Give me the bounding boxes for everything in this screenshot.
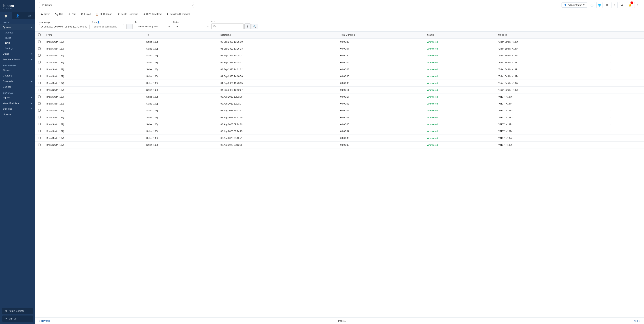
sidebar-sub-cdr[interactable]: CDR (0, 41, 36, 46)
id-input[interactable] (211, 23, 244, 29)
previous-link[interactable]: « previous (39, 319, 50, 322)
sidebar-item-chatbots[interactable]: Chatbots (0, 73, 36, 78)
sidebar-item-channels[interactable]: Channels ▶ (0, 78, 36, 84)
next-link[interactable]: next » (634, 319, 640, 322)
row-action-btn[interactable]: ⋯ (610, 95, 612, 98)
row-checkbox-14[interactable] (38, 137, 40, 139)
row-checkbox-6[interactable] (38, 82, 40, 84)
cell-duration: 00:00:05 (337, 141, 424, 148)
row-action-btn[interactable]: ⋯ (610, 143, 612, 146)
row-checkbox-9[interactable] (38, 102, 40, 105)
row-checkbox-2[interactable] (38, 54, 40, 57)
row-action-btn[interactable]: ⋯ (610, 47, 612, 50)
row-checkbox-1[interactable] (38, 47, 40, 50)
row-checkbox-5[interactable] (38, 75, 40, 77)
share-icon-btn[interactable]: ⇄ (24, 12, 36, 19)
cell-to: Sales (108) (144, 141, 218, 148)
sidebar-item-msg-settings[interactable]: Settings (0, 84, 36, 90)
cell-status: Answered (424, 114, 495, 121)
sidebar-item-feedback-forms[interactable]: Feedback Forms ▶ (0, 57, 36, 62)
sidebar-sub-settings[interactable]: Settings (0, 46, 36, 51)
row-action-btn[interactable]: ⋯ (610, 54, 612, 57)
cell-status: Answered (424, 128, 495, 135)
print-button[interactable]: 🖨 Print (66, 12, 78, 17)
cell-duration: 00:00:04 (337, 128, 424, 135)
cell-callerid: "Brian Smith" <137> (495, 80, 607, 87)
date-range-input[interactable] (39, 24, 90, 29)
row-action-btn[interactable]: ⋯ (610, 75, 612, 78)
select-all-checkbox[interactable] (38, 34, 40, 36)
row-action-btn[interactable]: ⋯ (610, 40, 612, 43)
cell-datetime: 09 Aug 2023 10:00:39 (218, 93, 337, 100)
row-checkbox-7[interactable] (38, 89, 40, 91)
globe-icon-btn[interactable]: 🌐 (596, 2, 602, 8)
col-to: To (144, 32, 218, 38)
sidebar-sub-rules[interactable]: Rules (0, 35, 36, 41)
user-icon-btn[interactable]: 👤 (12, 12, 24, 19)
cell-status: Answered (424, 135, 495, 141)
download-feedback-button[interactable]: ⬇ Download Feedback (164, 12, 192, 17)
cell-duration: 00:00:30 (337, 52, 424, 59)
call-button[interactable]: 📞 Call (53, 12, 65, 17)
sync-icon-btn[interactable]: ⇄ (619, 2, 625, 8)
cell-datetime: 08 Aug 2023 13:21:52 (218, 107, 337, 114)
cell-duration: 00:00:02 (337, 107, 424, 114)
email-button[interactable]: ✉ E-mail (79, 12, 93, 17)
row-checkbox-4[interactable] (38, 68, 40, 70)
csv-download-button[interactable]: ⬇ CSV Download (141, 12, 164, 17)
row-checkbox-0[interactable] (38, 41, 40, 43)
cell-to: Sales (108) (144, 93, 218, 100)
sidebar-item-voice-statistics[interactable]: Voice Statistics ▶ (0, 100, 36, 106)
sidebar-item-agents[interactable]: Agents ▶ (0, 95, 36, 100)
date-range-group: Date Range (39, 21, 90, 29)
filter-arrow-btn[interactable]: → (126, 24, 133, 29)
sign-out-button[interactable]: ↪ Sign out (2, 315, 33, 322)
listen-button[interactable]: ▶ Listen (39, 12, 52, 17)
row-action-btn[interactable]: ⋯ (610, 109, 612, 112)
clir-report-button[interactable]: 📋 CLIR Report (94, 12, 114, 17)
row-action-btn[interactable]: ⋯ (610, 136, 612, 139)
sidebar-item-dialer[interactable]: Dialer ▶ (0, 51, 36, 57)
row-action-btn[interactable]: ⋯ (610, 88, 612, 91)
id-options-btn[interactable]: ⋮ (244, 23, 250, 29)
row-checkbox-12[interactable] (38, 123, 40, 125)
sidebar-item-queues[interactable]: Queues ▼ (0, 24, 36, 30)
sidebar-item-msg-queues[interactable]: Queues (0, 67, 36, 73)
delete-recording-button[interactable]: 🗑 Delete Recording (115, 12, 140, 17)
cell-from: Brian Smith (137) (44, 87, 144, 93)
row-checkbox-11[interactable] (38, 116, 40, 118)
row-checkbox-10[interactable] (38, 109, 40, 112)
voicestat-chevron: ▶ (31, 102, 32, 104)
clock-icon-btn[interactable]: 🕐 (589, 2, 595, 8)
settings-icon-btn[interactable]: ⚙ (604, 2, 610, 8)
row-action-btn[interactable]: ⋯ (610, 102, 612, 105)
to-queue-select[interactable]: Please select queue... (135, 24, 171, 29)
user-menu[interactable]: 👤 Administrator ▼ (562, 2, 587, 8)
cell-datetime: 09 Aug 2023 10:00:37 (218, 100, 337, 107)
bell-icon-btn[interactable]: 🔔 1 (627, 2, 633, 8)
status-select[interactable]: All Answered No Answer Busy Failed (173, 24, 209, 29)
cell-to: Sales (108) (144, 38, 218, 45)
sidebar-sub-queues[interactable]: Queues (0, 30, 36, 35)
cell-from: Brian Smith (137) (44, 73, 144, 80)
from-group: From 👤 (92, 21, 124, 29)
refresh-icon-btn[interactable]: ↻ (612, 2, 618, 8)
row-checkbox-8[interactable] (38, 95, 40, 98)
pbxware-select[interactable]: PBXware (39, 2, 194, 8)
row-checkbox-13[interactable] (38, 130, 40, 132)
row-checkbox-3[interactable] (38, 61, 40, 63)
from-input[interactable] (92, 24, 124, 29)
row-action-btn[interactable]: ⋯ (610, 123, 612, 126)
row-action-btn[interactable]: ⋯ (610, 61, 612, 64)
sidebar-item-statistics[interactable]: Statistics ▶ (0, 106, 36, 112)
row-checkbox-15[interactable] (38, 143, 40, 146)
row-action-btn[interactable]: ⋯ (610, 130, 612, 133)
row-action-btn[interactable]: ⋯ (610, 116, 612, 119)
sidebar-item-license[interactable]: License (0, 112, 36, 117)
home-icon-btn[interactable]: 🏠 (0, 12, 12, 19)
help-icon-btn[interactable]: ? (634, 2, 640, 8)
search-button[interactable]: 🔍 (251, 24, 258, 29)
row-action-btn[interactable]: ⋯ (610, 68, 612, 71)
admin-settings-button[interactable]: ⚙ Admin Settings (2, 308, 33, 314)
row-action-btn[interactable]: ⋯ (610, 82, 612, 85)
